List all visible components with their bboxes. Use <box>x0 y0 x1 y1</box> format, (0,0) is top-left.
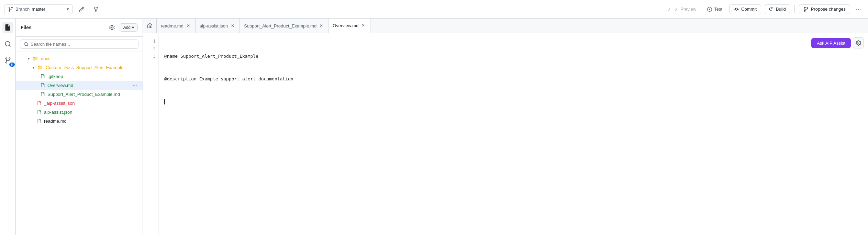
editor-area: readme.md ✕ aip-assist.json ✕ Support_Al… <box>143 19 868 235</box>
tree-item-custom-docs[interactable]: ▾ 📁 Custom_Docs_Support_Alert_Example <box>16 63 143 72</box>
pencil-icon <box>79 7 84 12</box>
preview-button[interactable]: Preview <box>663 5 700 13</box>
search-input-wrap <box>20 40 138 49</box>
more-icon: ··· <box>856 5 861 13</box>
sidebar-icons: 5 <box>0 19 16 235</box>
commit-button[interactable]: Commit <box>729 4 761 14</box>
line-number: 1 <box>146 37 156 45</box>
tab-label: aip-assist.json <box>200 23 228 29</box>
file-panel: Files Add ▾ ▾ <box>16 19 143 235</box>
tab-readme-md[interactable]: readme.md ✕ <box>157 19 196 33</box>
svg-point-0 <box>5 42 10 46</box>
ask-aip-container: Ask AIP Assist <box>811 37 864 48</box>
chevron-down-icon: ▾ <box>67 7 69 12</box>
tree-item-name: aip-assist.json <box>44 110 138 115</box>
search-input[interactable] <box>31 42 135 47</box>
branch-icon <box>8 7 13 12</box>
add-label: Add <box>123 25 131 30</box>
search-box <box>16 37 143 52</box>
tree-item-name: Support_Alert_Product_Example.md <box>47 92 138 97</box>
ask-aip-button[interactable]: Ask AIP Assist <box>811 38 851 48</box>
add-chevron-icon: ▾ <box>132 25 134 30</box>
folder-icon: 📁 <box>32 56 38 61</box>
branch-label: Branch <box>15 7 30 12</box>
settings-button[interactable] <box>107 23 117 32</box>
main-area: 5 Files Add ▾ <box>0 19 868 235</box>
line-numbers: 1 2 3 <box>143 33 159 235</box>
gear-icon <box>856 40 861 46</box>
build-icon <box>768 7 774 12</box>
tree-item-readme-md[interactable]: readme.md <box>16 116 143 125</box>
git-badge: 5 <box>9 63 15 67</box>
test-label: Test <box>714 7 722 12</box>
tab-close-button[interactable]: ✕ <box>230 23 235 29</box>
files-icon <box>4 24 11 31</box>
line-number: 2 <box>146 45 156 53</box>
propose-icon <box>803 7 809 12</box>
test-button[interactable]: Test <box>703 5 726 13</box>
search-magnifier-icon <box>24 42 29 47</box>
text-cursor <box>164 99 165 104</box>
tree-item-support-alert[interactable]: Support_Alert_Product_Example.md <box>16 90 143 99</box>
more-options-button[interactable]: ··· <box>131 82 138 88</box>
file-panel-title: Files <box>21 25 104 30</box>
tab-close-button[interactable]: ✕ <box>186 23 191 29</box>
ask-aip-label: Ask AIP Assist <box>817 41 845 46</box>
commit-icon <box>734 7 739 12</box>
tree-item-aip-assist-json[interactable]: aip-assist.json <box>16 108 143 116</box>
home-tab[interactable] <box>143 19 157 33</box>
file-icon <box>41 92 45 97</box>
tab-label: readme.md <box>161 23 183 29</box>
file-icon <box>37 110 41 114</box>
file-tree: ▾ 📁 docs ▾ 📁 Custom_Docs_Support_Alert_E… <box>16 52 143 235</box>
search-icon-button[interactable] <box>2 38 13 49</box>
file-icon <box>37 119 41 123</box>
tab-close-button[interactable]: ✕ <box>319 23 324 29</box>
code-line-1: @name Support_Alert_Product_Example <box>164 53 863 60</box>
tree-item-name: _aip-assist.json <box>44 101 138 106</box>
chevron-down-icon: ▾ <box>26 57 31 60</box>
files-icon-button[interactable] <box>2 22 13 33</box>
branch-selector[interactable]: Branch master ▾ <box>4 4 73 14</box>
file-icon <box>37 101 41 105</box>
code-line-2: @description Example support alert docum… <box>164 75 863 83</box>
tab-label: Overview.md <box>333 23 358 28</box>
tree-item-overview-md[interactable]: Overview.md ··· <box>16 81 143 90</box>
fork-icon-button[interactable] <box>90 3 102 15</box>
fork-icon <box>93 7 99 12</box>
build-button[interactable]: Build <box>764 4 790 14</box>
tab-close-button[interactable]: ✕ <box>360 23 366 28</box>
git-icon-button[interactable]: 5 <box>2 55 13 66</box>
ask-aip-settings-button[interactable] <box>853 37 864 48</box>
folder-icon: 📁 <box>37 65 43 70</box>
search-icon <box>4 41 11 47</box>
tree-item-name: Overview.md <box>47 83 130 88</box>
tab-label: Support_Alert_Product_Example.md <box>244 23 316 29</box>
tab-aip-assist-json[interactable]: aip-assist.json ✕ <box>196 19 240 33</box>
toolbar-divider <box>794 5 795 13</box>
more-button[interactable]: ··· <box>853 4 864 15</box>
code-line-3 <box>164 98 863 105</box>
file-icon <box>41 83 45 88</box>
editor-content: 1 2 3 @name Support_Alert_Product_Exampl… <box>143 33 868 235</box>
play-icon <box>707 7 712 12</box>
edit-icon-button[interactable] <box>76 3 87 15</box>
code-editor[interactable]: @name Support_Alert_Product_Example @des… <box>159 33 868 235</box>
propose-label: Propose changes <box>811 7 846 12</box>
preview-icon2 <box>674 7 678 12</box>
gear-icon <box>109 25 115 30</box>
line-number: 3 <box>146 53 156 60</box>
tree-item-aip-assist-json-private[interactable]: _aip-assist.json <box>16 99 143 108</box>
propose-changes-button[interactable]: Propose changes <box>799 4 850 14</box>
commit-label: Commit <box>741 7 757 12</box>
toolbar: Branch master ▾ Preview Test Commit <box>0 0 868 19</box>
tree-item-gitkeep[interactable]: .gitkeep <box>16 72 143 81</box>
tab-overview-md[interactable]: Overview.md ✕ <box>329 19 370 33</box>
add-button[interactable]: Add ▾ <box>120 23 138 32</box>
tree-item-name: readme.md <box>44 119 138 124</box>
preview-icon <box>667 7 671 12</box>
tree-item-name: docs <box>41 56 138 61</box>
tab-support-alert[interactable]: Support_Alert_Product_Example.md ✕ <box>240 19 329 33</box>
file-icon <box>41 74 45 79</box>
tree-item-docs[interactable]: ▾ 📁 docs <box>16 54 143 63</box>
